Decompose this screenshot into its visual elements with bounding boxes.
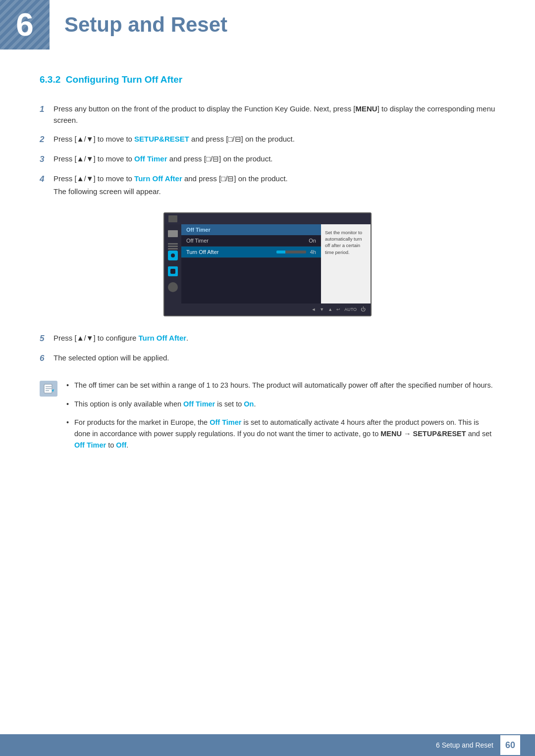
turn-off-after-ref: Turn Off After (138, 334, 186, 342)
step-1-num: 1 (40, 103, 54, 116)
note-2-on: On (244, 400, 254, 408)
off-timer-link: Off Timer (134, 154, 167, 163)
menu-row-off-timer: Off Timer On (181, 235, 321, 247)
turn-off-after-value: 4h (310, 249, 316, 255)
sidebar-icon-1 (168, 230, 178, 237)
note-1: The off timer can be set within a range … (66, 380, 495, 391)
page-number: 60 (500, 735, 520, 755)
monitor-menu: Off Timer Off Timer On Turn Off After 4h (181, 224, 321, 303)
main-content: 6.3.2 Configuring Turn Off After 1 Press… (0, 50, 535, 498)
step-1: 1 Press any button on the front of the p… (40, 103, 495, 126)
setup-reset-link: SETUP&RESET (134, 135, 189, 143)
note-3-menu: MENU (380, 430, 402, 438)
turn-off-after-link: Turn Off After (134, 174, 182, 183)
section-heading: 6.3.2 Configuring Turn Off After (40, 74, 495, 89)
sidebar-icon-settings (168, 266, 178, 276)
menu-row-turn-off-after: Turn Off After 4h (181, 247, 321, 258)
step-1-text: Press any button on the front of the pro… (54, 103, 495, 126)
section-title: Configuring Turn Off After (66, 74, 182, 85)
step-2-text: Press [▲/▼] to move to SETUP&RESET and p… (54, 133, 495, 145)
menu-header: Off Timer (181, 224, 321, 235)
turn-off-after-label: Turn Off After (186, 249, 272, 255)
step-4: 4 Press [▲/▼] to move to Turn Off After … (40, 173, 495, 198)
step-4-num: 4 (40, 173, 54, 186)
step-2-num: 2 (40, 133, 54, 146)
step-4-sub: The following screen will appear. (54, 186, 161, 197)
monitor-screenshot: Off Timer Off Timer On Turn Off After 4h (40, 212, 495, 316)
monitor-top-bar (164, 213, 371, 224)
step-3-num: 3 (40, 153, 54, 166)
step-6-num: 6 (40, 352, 54, 365)
notes-section: The off timer can be set within a range … (40, 380, 495, 458)
note-3-off: Off (116, 441, 126, 449)
note-2: This option is only available when Off T… (66, 399, 495, 410)
btn-auto-label: AUTO (344, 307, 357, 312)
steps-list: 1 Press any button on the front of the p… (40, 103, 495, 198)
btn-down: ▼ (320, 307, 324, 312)
right-panel-text: Set the monitor to automatically turn of… (325, 230, 362, 255)
notes-list: The off timer can be set within a range … (66, 380, 495, 458)
turn-off-after-bar (276, 251, 306, 253)
btn-left: ◄ (311, 307, 316, 312)
turn-off-after-bar-fill (276, 251, 285, 253)
step-6: 6 The selected option will be applied. (40, 352, 495, 365)
section-number: 6.3.2 (40, 74, 60, 85)
chapter-number-box: 6 (0, 0, 50, 50)
btn-enter: ↩ (336, 307, 340, 312)
step-5: 5 Press [▲/▼] to configure Turn Off Afte… (40, 332, 495, 345)
menu-title: Off Timer (186, 227, 211, 233)
sidebar-icon-gear (168, 251, 178, 260)
chapter-number: 6 (16, 6, 34, 43)
sidebar-icon-2 (168, 243, 178, 245)
note-3-setup-reset: SETUP&RESET (413, 430, 466, 438)
page-header: 6 Setup and Reset (0, 0, 535, 50)
btn-power: ⏻ (361, 306, 366, 312)
off-timer-label: Off Timer (186, 238, 309, 244)
sidebar-icon-info (168, 282, 178, 292)
note-3: For products for the market in Europe, t… (66, 417, 495, 452)
step-4-text: Press [▲/▼] to move to Turn Off After an… (54, 173, 495, 198)
note-2-off-timer: Off Timer (183, 400, 215, 408)
step-5-num: 5 (40, 332, 54, 345)
monitor-right-panel: Set the monitor to automatically turn of… (321, 224, 371, 303)
chapter-title: Setup and Reset (50, 13, 227, 37)
note-symbol-icon (43, 383, 54, 394)
menu-key: MENU (356, 104, 377, 113)
step-6-text: The selected option will be applied. (54, 352, 495, 363)
monitor-top-icon (168, 215, 177, 222)
monitor-sidebar (164, 224, 181, 303)
steps-list-2: 5 Press [▲/▼] to configure Turn Off Afte… (40, 332, 495, 365)
off-timer-value: On (309, 238, 316, 244)
footer-text: 6 Setup and Reset (436, 741, 493, 749)
monitor-image: Off Timer Off Timer On Turn Off After 4h (163, 212, 372, 316)
step-3: 3 Press [▲/▼] to move to Off Timer and p… (40, 153, 495, 166)
note-3-off-timer-2: Off Timer (74, 441, 106, 449)
note-3-off-timer: Off Timer (210, 418, 241, 426)
btn-up: ▲ (328, 307, 332, 312)
page-footer: 6 Setup and Reset 60 (0, 734, 535, 756)
step-5-text: Press [▲/▼] to configure Turn Off After. (54, 332, 495, 344)
monitor-body: Off Timer Off Timer On Turn Off After 4h (164, 224, 371, 303)
monitor-bottom-bar: ◄ ▼ ▲ ↩ AUTO ⏻ (164, 303, 371, 315)
step-2: 2 Press [▲/▼] to move to SETUP&RESET and… (40, 133, 495, 146)
notes-icon (40, 381, 57, 397)
step-3-text: Press [▲/▼] to move to Off Timer and pre… (54, 153, 495, 164)
